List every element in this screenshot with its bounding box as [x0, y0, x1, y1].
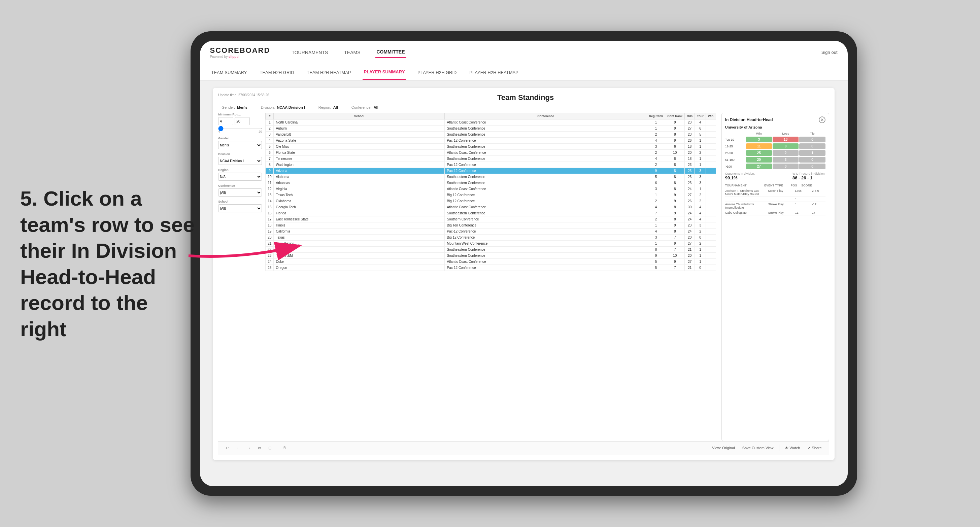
tourn-type: Stroke Play	[768, 203, 795, 210]
standings-table: # School Conference Reg Rank Conf Rank R…	[265, 113, 716, 271]
min-rounds-min-input[interactable]	[218, 117, 233, 125]
cell-rank: 8	[266, 162, 274, 168]
subnav-team-h2h-grid[interactable]: TEAM H2H GRID	[258, 65, 295, 80]
conference-select[interactable]: (All) Atlantic Coast Conference Southeas…	[218, 189, 262, 197]
table-row[interactable]: 16 Florida Southeastern Conference 7 9 2…	[266, 210, 716, 216]
table-row[interactable]: 20 Texas Big 12 Conference 3 7 20 0	[266, 235, 716, 241]
cell-reg-rank: 2	[647, 216, 665, 222]
table-row[interactable]: 5 Ole Miss Southeastern Conference 3 6 1…	[266, 144, 716, 150]
h2h-title: In Division Head-to-Head	[725, 117, 773, 122]
cell-rds: 20	[685, 235, 695, 241]
subnav-player-h2h-heatmap[interactable]: PLAYER H2H HEATMAP	[468, 65, 519, 80]
paste-button[interactable]: ⊡	[266, 445, 274, 451]
table-row[interactable]: 12 Virginia Atlantic Coast Conference 3 …	[266, 186, 716, 192]
cell-rank: 3	[266, 132, 274, 138]
sign-out-link[interactable]: Sign out	[816, 50, 838, 55]
h2h-close-button[interactable]: ✕	[819, 116, 826, 123]
cell-reg-rank: 1	[647, 241, 665, 247]
tourn-type: Stroke Play	[768, 211, 795, 214]
table-row[interactable]: 1 North Carolina Atlantic Coast Conferen…	[266, 119, 716, 125]
cell-rank: 16	[266, 210, 274, 216]
h2h-range-label: 51-100	[725, 158, 745, 162]
table-row[interactable]: 3 Vanderbilt Southeastern Conference 2 8…	[266, 132, 716, 138]
subnav-player-h2h-grid[interactable]: PLAYER H2H GRID	[416, 65, 458, 80]
nav-teams[interactable]: TEAMS	[343, 47, 361, 58]
back-button[interactable]: ←	[234, 445, 242, 451]
h2h-grid-header: Win Loss Tie	[725, 132, 826, 135]
table-row[interactable]: 4 Arizona State Pac-12 Conference 4 9 26…	[266, 138, 716, 144]
subnav-player-summary[interactable]: PLAYER SUMMARY	[363, 65, 406, 80]
cell-reg-rank: 1	[647, 119, 665, 125]
save-custom-button[interactable]: Save Custom View	[740, 445, 776, 451]
cell-conf-rank: 10	[665, 150, 685, 156]
gender-select[interactable]: Men's Women's	[218, 141, 262, 149]
table-row[interactable]: 13 Texas Tech Big 12 Conference 1 9 27 2	[266, 192, 716, 198]
cell-win	[706, 119, 716, 125]
cell-tour: 2	[695, 192, 706, 198]
cell-school: Arkansas	[274, 180, 445, 186]
table-row[interactable]: 9 Arizona Pac-12 Conference 9 8 23 3	[266, 168, 716, 174]
logo-area: SCOREBOARD Powered by clippd	[210, 46, 270, 59]
table-row[interactable]: 2 Auburn Southeastern Conference 1 9 27 …	[266, 125, 716, 132]
undo-button[interactable]: ↩	[224, 445, 231, 451]
subnav-team-h2h-heatmap[interactable]: TEAM H2H HEATMAP	[305, 65, 352, 80]
cell-tour: 1	[695, 247, 706, 253]
region-select[interactable]: N/A All	[218, 173, 262, 181]
cell-rds: 23	[685, 132, 695, 138]
table-row[interactable]: 10 Alabama Southeastern Conference 5 8 2…	[266, 174, 716, 180]
table-row[interactable]: 23 Texas A&M Southeastern Conference 9 1…	[266, 253, 716, 259]
standings-table-wrap[interactable]: # School Conference Reg Rank Conf Rank R…	[265, 113, 716, 441]
cell-conf-rank: 8	[665, 174, 685, 180]
min-rounds-slider[interactable]	[218, 128, 262, 129]
table-row[interactable]: 7 Tennessee Southeastern Conference 4 6 …	[266, 156, 716, 162]
cell-school: Duke	[274, 259, 445, 265]
table-row[interactable]: 15 Georgia Tech Atlantic Coast Conferenc…	[266, 204, 716, 210]
cell-conference: Southeastern Conference	[445, 144, 647, 150]
nav-committee[interactable]: COMMITTEE	[375, 46, 406, 58]
cell-rank: 9	[266, 168, 274, 174]
table-row[interactable]: 14 Oklahoma Big 12 Conference 2 9 26 2	[266, 198, 716, 204]
view-original-button[interactable]: View: Original	[710, 445, 737, 451]
nav-tournaments[interactable]: TOURNAMENTS	[290, 47, 329, 58]
share-button[interactable]: ↗ Share	[805, 445, 824, 451]
cell-rds: 27	[685, 259, 695, 265]
h2h-row: >100 27 0 0	[725, 163, 826, 169]
cell-rds: 20	[685, 253, 695, 259]
cell-win	[706, 150, 716, 156]
h2h-rows: Top 10 3 13 0 11-25 11 8 0 26-50 25 2 1 …	[725, 137, 826, 169]
table-row[interactable]: 6 Florida State Atlantic Coast Conferenc…	[266, 150, 716, 156]
table-row[interactable]: 22 Georgia Southeastern Conference 8 7 2…	[266, 247, 716, 253]
copy-button[interactable]: ⧉	[256, 445, 263, 451]
header-reg-rank: Reg Rank	[647, 113, 665, 119]
h2h-row: 26-50 25 2 1	[725, 150, 826, 156]
cell-reg-rank: 7	[647, 210, 665, 216]
toolbar-sep-2	[779, 444, 780, 451]
header-win: Win	[706, 113, 716, 119]
cell-win	[706, 247, 716, 253]
cell-conference: Pac-12 Conference	[445, 168, 647, 174]
forward-button[interactable]: →	[245, 445, 253, 451]
min-rounds-group: Minimum Rou... 420	[218, 113, 262, 133]
table-row[interactable]: 24 Duke Atlantic Coast Conference 5 9 27…	[266, 259, 716, 265]
table-row[interactable]: 8 Washington Pac-12 Conference 2 8 23 1	[266, 162, 716, 168]
table-row[interactable]: 11 Arkansas Southeastern Conference 6 8 …	[266, 180, 716, 186]
table-row[interactable]: 18 Illinois Big Ten Conference 1 9 23 3	[266, 222, 716, 229]
table-row[interactable]: 21 New Mexico Mountain West Conference 1…	[266, 241, 716, 247]
cell-rds: 23	[685, 222, 695, 229]
h2h-row: 11-25 11 8 0	[725, 143, 826, 149]
timer-button[interactable]: ⏱	[280, 445, 288, 451]
tourn-name: Arizona Thunderbirds Intercollegiate	[725, 203, 768, 210]
cell-school: Alabama	[274, 174, 445, 180]
school-select[interactable]: (All)	[218, 204, 262, 212]
watch-button[interactable]: 👁 Watch	[783, 445, 802, 451]
table-row[interactable]: 17 East Tennessee State Southern Confere…	[266, 216, 716, 222]
min-rounds-max-input[interactable]	[235, 117, 250, 125]
cell-conf-rank: 10	[665, 253, 685, 259]
table-row[interactable]: 19 California Pac-12 Conference 4 8 24 2	[266, 229, 716, 235]
main-content: Update time: 27/03/2024 15:56:26 Team St…	[200, 81, 848, 486]
cell-rds: 27	[685, 241, 695, 247]
subnav-team-summary[interactable]: TEAM SUMMARY	[210, 65, 248, 80]
division-select[interactable]: NCAA Division I NCAA Division II NCAA Di…	[218, 157, 262, 165]
cell-school: Auburn	[274, 125, 445, 132]
table-row[interactable]: 25 Oregon Pac-12 Conference 5 7 21 0	[266, 265, 716, 271]
